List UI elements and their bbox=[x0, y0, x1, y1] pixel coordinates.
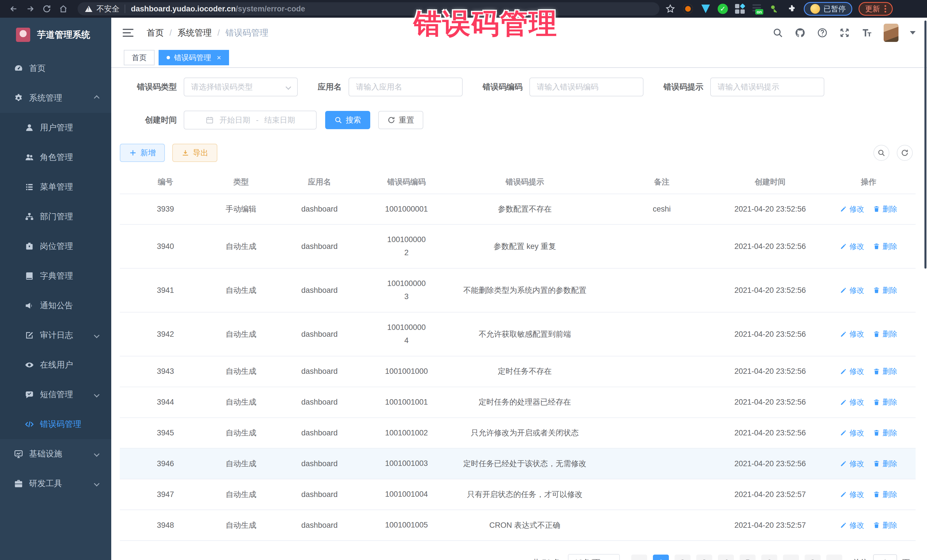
user-avatar[interactable] bbox=[884, 24, 898, 42]
delete-link[interactable]: 删除 bbox=[873, 203, 897, 215]
add-button[interactable]: 新增 bbox=[120, 144, 165, 162]
breadcrumb-system[interactable]: 系统管理 bbox=[178, 27, 212, 39]
page-button-6[interactable]: 6 bbox=[761, 555, 777, 560]
security-label[interactable]: 不安全 bbox=[96, 4, 120, 14]
extension-green-check-icon[interactable]: ✓ bbox=[718, 4, 728, 14]
goto-page-input[interactable]: 1 bbox=[873, 554, 897, 560]
date-range-picker[interactable]: 开始日期 - 结束日期 bbox=[184, 111, 317, 129]
extension-puzzle-icon[interactable] bbox=[786, 3, 798, 15]
export-button[interactable]: 导出 bbox=[172, 144, 217, 162]
sidebar-item-dictionaries[interactable]: 字典管理 bbox=[0, 261, 111, 291]
delete-link[interactable]: 删除 bbox=[873, 285, 897, 296]
sidebar-item-online-users[interactable]: 在线用户 bbox=[0, 350, 111, 380]
download-icon bbox=[181, 149, 189, 157]
edit-link[interactable]: 修改 bbox=[840, 427, 864, 439]
prev-page-button[interactable]: ‹ bbox=[631, 555, 647, 560]
sidebar-item-system[interactable]: 系统管理 bbox=[0, 83, 111, 113]
sidebar-item-departments[interactable]: 部门管理 bbox=[0, 202, 111, 232]
update-button[interactable]: 更新 bbox=[859, 2, 893, 16]
pages-more-button[interactable]: ··· bbox=[783, 555, 799, 560]
edit-link[interactable]: 修改 bbox=[840, 366, 864, 377]
cell-remark bbox=[605, 486, 719, 503]
toggle-search-button[interactable] bbox=[873, 145, 889, 161]
delete-link[interactable]: 删除 bbox=[873, 241, 897, 252]
sidebar-item-label: 字典管理 bbox=[40, 270, 73, 282]
sidebar-item-roles[interactable]: 角色管理 bbox=[0, 143, 111, 172]
kebab-menu-icon[interactable] bbox=[884, 5, 886, 12]
delete-icon bbox=[873, 205, 880, 213]
sidebar-item-menus[interactable]: 菜单管理 bbox=[0, 172, 111, 202]
reload-icon[interactable] bbox=[41, 3, 53, 15]
profile-paused-badge[interactable]: 已暂停 bbox=[804, 2, 852, 16]
sidebar-logo-row[interactable]: 芋道管理系统 bbox=[0, 21, 111, 49]
search-button[interactable]: 搜索 bbox=[325, 111, 370, 129]
user-icon bbox=[24, 123, 34, 133]
address-bar[interactable]: 不安全 dashboard.yudao.iocoder.cn /system/e… bbox=[78, 2, 660, 15]
sidebar-item-users[interactable]: 用户管理 bbox=[0, 113, 111, 143]
page-button-8[interactable]: 8 bbox=[805, 555, 821, 560]
delete-link[interactable]: 删除 bbox=[873, 489, 897, 500]
delete-link[interactable]: 删除 bbox=[873, 520, 897, 531]
github-icon[interactable] bbox=[795, 27, 805, 38]
extension-orange-ring-icon[interactable] bbox=[682, 3, 694, 15]
column-header: 类型 bbox=[211, 170, 271, 194]
extension-grid-icon[interactable] bbox=[734, 3, 746, 15]
sidebar-item-error-codes[interactable]: 错误码管理 bbox=[0, 410, 111, 439]
edit-link[interactable]: 修改 bbox=[840, 489, 864, 500]
help-icon[interactable] bbox=[817, 27, 828, 38]
org-tree-icon bbox=[24, 212, 34, 222]
caret-down-icon[interactable] bbox=[910, 31, 916, 35]
delete-link[interactable]: 删除 bbox=[873, 397, 897, 408]
search-icon[interactable] bbox=[772, 27, 783, 38]
edit-link[interactable]: 修改 bbox=[840, 458, 864, 469]
sidebar-item-home[interactable]: 首页 bbox=[0, 54, 111, 83]
sidebar-item-infrastructure[interactable]: 基础设施 bbox=[0, 439, 111, 469]
users-icon bbox=[24, 153, 34, 162]
next-page-button[interactable]: › bbox=[826, 555, 842, 560]
extension-on-badge-icon[interactable]: on bbox=[752, 4, 762, 14]
vertical-scrollbar[interactable] bbox=[924, 21, 926, 269]
cell-id: 3947 bbox=[120, 480, 211, 509]
error-type-select[interactable]: 请选择错误码类型 bbox=[184, 77, 298, 96]
breadcrumb-home[interactable]: 首页 bbox=[147, 27, 164, 39]
home-icon[interactable] bbox=[57, 3, 70, 15]
bookmark-star-icon[interactable] bbox=[664, 3, 676, 15]
page-button-2[interactable]: 2 bbox=[675, 555, 690, 560]
edit-link[interactable]: 修改 bbox=[840, 203, 864, 215]
forward-arrow-icon[interactable] bbox=[24, 3, 36, 15]
extension-green-key-icon[interactable] bbox=[768, 3, 780, 15]
edit-link[interactable]: 修改 bbox=[840, 285, 864, 296]
fullscreen-icon[interactable] bbox=[839, 27, 850, 38]
edit-link[interactable]: 修改 bbox=[840, 520, 864, 531]
page-size-select[interactable]: 10条/页 bbox=[568, 554, 620, 560]
breadcrumb-separator: / bbox=[169, 28, 172, 38]
error-hint-input[interactable]: 请输入错误码提示 bbox=[710, 77, 824, 96]
edit-link[interactable]: 修改 bbox=[840, 241, 864, 252]
delete-link[interactable]: 删除 bbox=[873, 427, 897, 439]
refresh-table-button[interactable] bbox=[897, 145, 913, 161]
tab-error-code[interactable]: 错误码管理 × bbox=[159, 50, 229, 65]
sidebar-item-posts[interactable]: 岗位管理 bbox=[0, 232, 111, 261]
close-tab-icon[interactable]: × bbox=[217, 53, 221, 62]
reset-button[interactable]: 重置 bbox=[378, 111, 423, 129]
sidebar-item-audit-logs[interactable]: 审计日志 bbox=[0, 320, 111, 350]
hamburger-icon[interactable] bbox=[123, 29, 134, 37]
edit-link[interactable]: 修改 bbox=[840, 397, 864, 408]
page-button-3[interactable]: 3 bbox=[696, 555, 712, 560]
edit-link[interactable]: 修改 bbox=[840, 328, 864, 340]
error-code-input[interactable]: 请输入错误码编码 bbox=[529, 77, 643, 96]
delete-link[interactable]: 删除 bbox=[873, 328, 897, 340]
delete-link[interactable]: 删除 bbox=[873, 458, 897, 469]
sidebar-item-sms[interactable]: 短信管理 bbox=[0, 380, 111, 410]
app-name-input[interactable]: 请输入应用名 bbox=[348, 77, 463, 96]
page-button-1[interactable]: 1 bbox=[653, 555, 669, 560]
sidebar-item-notices[interactable]: 通知公告 bbox=[0, 291, 111, 320]
tab-home[interactable]: 首页 bbox=[124, 50, 155, 65]
page-button-5[interactable]: 5 bbox=[740, 555, 755, 560]
delete-link[interactable]: 删除 bbox=[873, 366, 897, 377]
font-size-icon[interactable] bbox=[862, 27, 872, 38]
page-button-4[interactable]: 4 bbox=[718, 555, 734, 560]
sidebar-item-dev-tools[interactable]: 研发工具 bbox=[0, 469, 111, 498]
extension-blue-gem-icon[interactable] bbox=[700, 3, 711, 15]
back-arrow-icon[interactable] bbox=[8, 3, 20, 15]
